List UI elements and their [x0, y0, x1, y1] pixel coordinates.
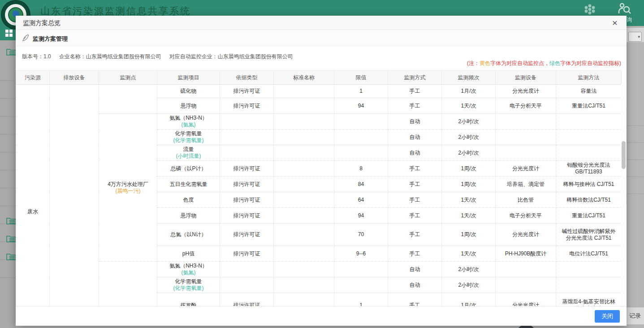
modal-footer: 关闭	[16, 306, 627, 326]
cell-frequency: 2小时/次	[442, 262, 496, 277]
cell-method: 蒸馏后4-氨基安替比林分光光度法	[556, 293, 622, 306]
cell-method: 钼酸铵分光光度法 GB/T11893	[556, 161, 622, 177]
cell-frequency: 1周/次	[442, 224, 496, 246]
cell-frequency: 1周/次	[442, 161, 496, 177]
sidebar	[0, 26, 16, 328]
background-page-right: ▾ 记录	[627, 26, 644, 328]
modal-title: 监测方案总览	[23, 19, 61, 27]
monitor-point-auto-tag: (晨鸣一污)	[104, 188, 152, 194]
cell-frequency: 2小时/次	[442, 145, 496, 161]
col-header: 排放设备	[50, 71, 99, 85]
cell-mode: 手工	[388, 293, 442, 306]
folder-menu-icon[interactable]	[6, 234, 16, 242]
cell-device: 比色管	[496, 192, 556, 208]
cell-mode: 自动	[388, 114, 442, 129]
section-title: 监测方案管理	[33, 35, 68, 43]
cell-device: 电子分析天平	[496, 208, 556, 224]
close-button[interactable]: 关闭	[595, 310, 620, 323]
folder-menu-icon[interactable]	[6, 47, 16, 56]
dashboard-grid-icon	[5, 30, 13, 37]
cell-device: PH-HJ90B酸度计	[496, 246, 556, 262]
cell-limit: 1	[334, 85, 388, 98]
user-search-icon[interactable]	[618, 2, 631, 15]
cell-frequency: 1天/次	[442, 98, 496, 114]
cell-mode: 手工	[388, 208, 442, 224]
cell-basis	[220, 114, 274, 129]
cell-monitor-item: 化学需氧量(化学需氧量)	[157, 129, 220, 145]
col-header: 标准名称	[274, 71, 334, 85]
cell-limit: 8	[334, 161, 388, 177]
cell-standard	[274, 114, 334, 129]
close-icon[interactable]: ×	[609, 17, 620, 28]
cell-standard	[274, 161, 334, 177]
cell-device: 分光光度计	[496, 85, 556, 98]
cell-limit: 94	[334, 208, 388, 224]
table-row: 4万方污水处理厂 (晨鸣一污) 氨氮（NH3-N）(氨氮) 自动 2小时/次	[16, 114, 622, 129]
col-header: 监测方法	[556, 71, 622, 85]
cell-basis: 排污许可证	[220, 98, 274, 114]
cell-limit: 1	[334, 293, 388, 306]
cell-method: 稀释倍数法CJ/T51	[556, 192, 622, 208]
cell-device	[496, 277, 556, 293]
cell-limit	[334, 277, 388, 293]
cell-limit	[334, 114, 388, 129]
cell-method: 容量法	[556, 85, 622, 98]
table-body: 废水 硫化物 排污许可证 1 手工 1月/次 分光光度计 容量法 悬浮物	[16, 84, 621, 306]
cell-basis	[220, 145, 274, 161]
cell-frequency: 2小时/次	[442, 114, 496, 129]
cell-limit	[334, 129, 388, 145]
cell-mode: 手工	[388, 192, 442, 208]
background-select[interactable]: ▾	[628, 32, 642, 42]
cell-basis: 排污许可证	[220, 85, 274, 98]
version-text: 版本号：1.0	[22, 53, 51, 60]
cell-monitor-item: 硫化物	[157, 85, 220, 98]
cell-monitor-item: pH值	[157, 246, 220, 262]
cell-standard	[274, 293, 334, 306]
cell-standard	[274, 145, 334, 161]
folder-menu-icon[interactable]	[6, 252, 16, 260]
cell-mode: 手工	[388, 85, 442, 98]
cell-mode: 手工	[388, 161, 442, 177]
cell-mode: 自动	[388, 262, 442, 277]
apps-grid-icon[interactable]	[583, 3, 597, 16]
cell-mode: 手工	[388, 98, 442, 114]
page: 山东省污染源监测信息共享系统 查询	[0, 0, 644, 328]
cell-frequency: 1天/次	[442, 208, 496, 224]
cell-frequency: 1天/次	[442, 246, 496, 262]
cell-standard	[274, 208, 334, 224]
cell-standard	[274, 277, 334, 293]
cell-limit: 84	[334, 177, 388, 192]
scrollbar-thumb[interactable]	[622, 141, 626, 169]
folder-menu-icon[interactable]	[6, 216, 16, 224]
cell-mode: 自动	[388, 145, 442, 161]
color-legend-note: (注：黄色字体为对应自动监控点，绿色字体为对应自动监控指标)	[467, 60, 621, 67]
cell-monitor-item: 化学需氧量(化学需氧量)	[157, 277, 220, 293]
cell-standard	[274, 192, 334, 208]
cell-limit	[334, 145, 388, 161]
cell-method: 重量法CJ/T51	[556, 208, 622, 224]
cell-frequency: 1周/次	[442, 177, 496, 192]
cell-limit: 70	[334, 224, 388, 246]
background-toolbar: ▾	[627, 28, 644, 42]
background-table	[627, 109, 644, 203]
cell-basis	[220, 129, 274, 145]
cell-device	[496, 129, 556, 145]
cell-limit: 94	[334, 98, 388, 114]
company-text: 企业名称：山东晨鸣纸业集团股份有限公司	[59, 53, 161, 60]
cell-limit	[334, 262, 388, 277]
cell-standard	[274, 98, 334, 114]
cell-limit: 64	[334, 192, 388, 208]
cell-pollution-source: 废水	[16, 85, 50, 306]
col-header: 监测频次	[442, 71, 496, 85]
cell-monitor-item: 挥发酚	[157, 293, 220, 306]
cell-device	[496, 145, 556, 161]
cell-method: 电位计法CJ/T51	[556, 246, 622, 262]
col-header: 污染源	[16, 71, 50, 85]
cell-monitor-item: 氨氮（NH3-N）(氨氮)	[157, 114, 220, 129]
cell-monitor-item: 悬浮物	[157, 208, 220, 224]
cell-monitor-point: 4万方污水处理厂 (晨鸣一污)	[99, 114, 157, 262]
cell-mode: 手工	[388, 246, 442, 262]
cell-monitor-point	[99, 262, 157, 306]
cell-device: 分光光度计	[496, 224, 556, 246]
cell-frequency: 2小时/次	[442, 129, 496, 145]
